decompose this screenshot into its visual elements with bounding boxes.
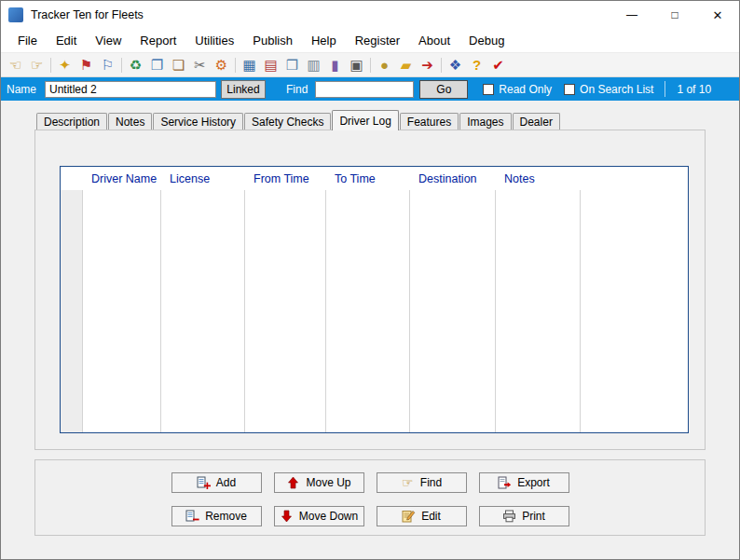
- tab-images[interactable]: Images: [459, 113, 511, 130]
- read-only-checkbox[interactable]: Read Only: [483, 83, 552, 96]
- window-controls: —□✕: [610, 1, 739, 29]
- column-header-destination[interactable]: Destination: [410, 167, 496, 190]
- title-bar: Tracker Ten for Fleets —□✕: [1, 1, 739, 29]
- prev-record-icon[interactable]: ☜: [5, 55, 26, 75]
- book-icon[interactable]: ▮: [324, 55, 346, 75]
- checkbox-icon[interactable]: [483, 84, 494, 95]
- on-search-list-checkbox[interactable]: On Search List: [564, 83, 653, 96]
- action-label: Find: [420, 476, 442, 489]
- column-header-notes[interactable]: Notes: [496, 167, 581, 190]
- menu-item-utilities[interactable]: Utilities: [185, 31, 243, 50]
- grid-column: [581, 190, 688, 432]
- export-arrow-icon: [498, 476, 512, 490]
- app-window: Tracker Ten for Fleets —□✕ FileEditViewR…: [0, 0, 740, 560]
- find-input[interactable]: [315, 81, 414, 98]
- move-up-icon: [286, 476, 300, 490]
- lock-icon[interactable]: ●: [374, 55, 395, 75]
- edit-icon: [402, 510, 416, 524]
- driver-log-grid: Driver NameLicenseFrom TimeTo TimeDestin…: [60, 166, 689, 433]
- minimize-button[interactable]: —: [610, 1, 653, 29]
- tab-strip: DescriptionNotesService HistorySafety Ch…: [34, 110, 706, 130]
- tab-description[interactable]: Description: [36, 113, 107, 130]
- app-icon: [8, 7, 23, 22]
- actions-row-top: AddMove Up☞FindExport: [35, 472, 705, 493]
- action-label: Move Down: [299, 510, 358, 523]
- column-header-driver-name[interactable]: Driver Name: [83, 167, 161, 190]
- app-window-icon[interactable]: ❖: [445, 55, 466, 75]
- toolbar-separator: [441, 58, 442, 73]
- document-icon[interactable]: ▥: [303, 55, 324, 75]
- name-input[interactable]: [45, 81, 216, 98]
- find-button[interactable]: ☞Find: [377, 472, 467, 493]
- edit-button[interactable]: Edit: [377, 506, 467, 526]
- tab-driver-log[interactable]: Driver Log: [332, 110, 398, 130]
- printer-icon[interactable]: ▣: [346, 55, 367, 75]
- go-button[interactable]: Go: [419, 80, 468, 99]
- menu-item-report[interactable]: Report: [130, 31, 185, 50]
- confirm-icon[interactable]: ✔: [487, 55, 509, 75]
- next-record-icon[interactable]: ☞: [26, 55, 48, 75]
- folder-icon[interactable]: ▰: [395, 55, 417, 75]
- tab-service-history[interactable]: Service History: [153, 113, 243, 130]
- menu-item-about[interactable]: About: [409, 31, 459, 50]
- column-header-blank: [61, 167, 83, 190]
- bell-icon[interactable]: ✦: [54, 55, 75, 75]
- flag-red-icon[interactable]: ⚑: [75, 55, 97, 75]
- remove-button[interactable]: Remove: [171, 506, 262, 526]
- close-button[interactable]: ✕: [696, 1, 739, 29]
- print-button[interactable]: Print: [479, 506, 569, 526]
- main-area: DescriptionNotesService HistorySafety Ch…: [1, 101, 739, 559]
- column-header-license[interactable]: License: [161, 167, 245, 190]
- action-label: Export: [517, 476, 550, 489]
- table-edit-icon[interactable]: ▦: [239, 55, 260, 75]
- toolbar-separator: [50, 58, 51, 73]
- grid-column: [245, 190, 326, 432]
- linked-button[interactable]: Linked: [221, 80, 266, 99]
- print-icon: [502, 510, 516, 524]
- find-label: Find: [286, 83, 308, 96]
- grid-column: [61, 190, 83, 432]
- action-label: Remove: [205, 510, 247, 523]
- tab-dealer[interactable]: Dealer: [513, 113, 560, 130]
- move-down-icon: [280, 510, 294, 524]
- maximize-button[interactable]: □: [653, 1, 696, 29]
- read-only-label: Read Only: [499, 83, 552, 96]
- grid-column: [496, 190, 581, 432]
- tab-features[interactable]: Features: [400, 113, 459, 130]
- flag-blue-icon[interactable]: ⚐: [97, 55, 118, 75]
- copy-page-icon[interactable]: ❐: [146, 55, 168, 75]
- paste-icon[interactable]: ❏: [168, 55, 189, 75]
- menu-item-publish[interactable]: Publish: [243, 31, 302, 50]
- copy-docs-icon[interactable]: ❒: [281, 55, 303, 75]
- refresh-icon[interactable]: ♻: [125, 55, 146, 75]
- menu-item-debug[interactable]: Debug: [459, 31, 514, 50]
- tab-safety-checks[interactable]: Safety Checks: [244, 113, 331, 130]
- cut-icon[interactable]: ✂: [189, 55, 211, 75]
- toolbar: ☜☞✦⚑⚐♻❐❏✂⚙▦▤❒▥▮▣●▰➔❖?✔: [1, 53, 739, 77]
- add-button[interactable]: Add: [171, 472, 262, 493]
- help-icon[interactable]: ?: [466, 55, 487, 75]
- column-header-to-time[interactable]: To Time: [326, 167, 410, 190]
- grid-column: [83, 190, 161, 432]
- action-label: Edit: [421, 510, 441, 523]
- find-icon: ☞: [401, 476, 415, 490]
- menu-item-register[interactable]: Register: [346, 31, 409, 50]
- export-button[interactable]: Export: [479, 472, 569, 493]
- actions-row-bottom: RemoveMove DownEditPrint: [35, 506, 705, 526]
- move-down-button[interactable]: Move Down: [274, 506, 364, 526]
- menu-item-file[interactable]: File: [8, 31, 47, 50]
- menu-item-edit[interactable]: Edit: [47, 31, 86, 50]
- tab-notes[interactable]: Notes: [108, 113, 152, 130]
- toolbar-separator: [121, 58, 122, 73]
- chart-icon[interactable]: ▤: [260, 55, 281, 75]
- menu-item-help[interactable]: Help: [302, 31, 346, 50]
- toolbar-separator: [235, 58, 236, 73]
- settings-burst-icon[interactable]: ⚙: [211, 55, 232, 75]
- export-icon[interactable]: ➔: [417, 55, 438, 75]
- menu-item-view[interactable]: View: [86, 31, 130, 50]
- checkbox-icon[interactable]: [564, 84, 575, 95]
- record-position: 1 of 10: [677, 83, 711, 96]
- move-up-button[interactable]: Move Up: [274, 472, 364, 493]
- column-header-from-time[interactable]: From Time: [245, 167, 326, 190]
- record-bar: Name Linked Find Go Read Only On Search …: [1, 77, 739, 101]
